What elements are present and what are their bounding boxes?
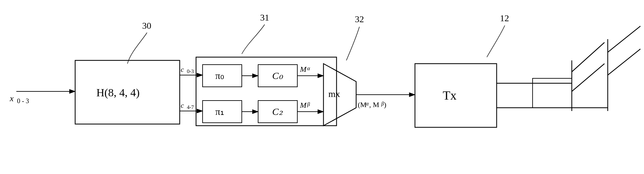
mab-beta-sub: β xyxy=(381,101,384,107)
callout-30 xyxy=(127,33,147,64)
label-31: 31 xyxy=(260,12,269,23)
pi1-label: π₁ xyxy=(215,106,224,117)
c03-label: c xyxy=(181,65,184,73)
diagram: x 0 - 3 30 H(8, 4, 4) 31 c 0-3 c 4-7 π₀ … xyxy=(0,0,644,174)
label-30: 30 xyxy=(142,21,151,31)
h844-label: H(8, 4, 4) xyxy=(96,87,140,99)
c03-subscript: 0-3 xyxy=(187,69,194,74)
input-label: x xyxy=(9,94,14,103)
c47-label: c xyxy=(181,101,184,109)
malpha-label: M xyxy=(300,65,307,73)
callout-12 xyxy=(487,25,505,57)
antenna-right-lower xyxy=(608,49,640,75)
tx-sub-block xyxy=(533,78,572,108)
label-12: 12 xyxy=(500,13,509,23)
input-subscript: 0 - 3 xyxy=(17,97,29,104)
label-32: 32 xyxy=(355,14,364,24)
c2-label: C₂ xyxy=(272,106,283,117)
tx-label: Tx xyxy=(443,88,456,102)
mbeta-sub: β xyxy=(307,101,310,107)
mbeta-label: M xyxy=(300,101,307,109)
mab-paren-close: ) xyxy=(384,101,386,109)
mab-comma: , M xyxy=(369,101,379,109)
mab-label: (M xyxy=(358,101,367,109)
pi0-label: π₀ xyxy=(215,70,224,81)
malpha-sub: α xyxy=(307,65,310,71)
callout-31 xyxy=(242,24,265,54)
mx-label: mx xyxy=(328,89,340,99)
c47-subscript: 4-7 xyxy=(187,104,194,110)
antenna-right-upper xyxy=(608,26,640,52)
mab-alpha-sub: α xyxy=(366,101,369,106)
c0-label: C₀ xyxy=(272,70,283,81)
callout-32 xyxy=(346,27,359,60)
